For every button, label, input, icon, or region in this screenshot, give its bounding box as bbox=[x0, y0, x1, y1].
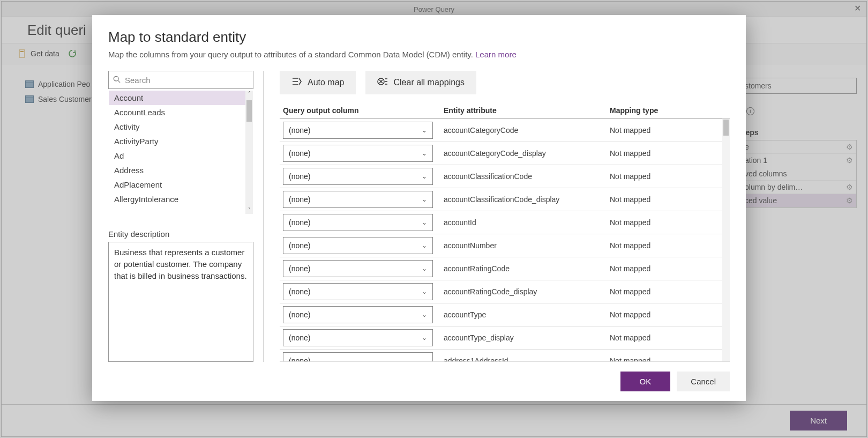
entity-item-ad[interactable]: Ad bbox=[109, 149, 253, 163]
query-column-dropdown[interactable]: (none)⌄ bbox=[283, 283, 433, 300]
mapping-type-label: Not mapped bbox=[610, 149, 706, 158]
mapping-row: (none)⌄accountType_displayNot mapped bbox=[280, 326, 730, 350]
entity-description-label: Entity description bbox=[108, 229, 253, 239]
auto-map-label: Auto map bbox=[308, 78, 344, 87]
dropdown-value: (none) bbox=[289, 126, 310, 135]
query-column-dropdown[interactable]: (none)⌄ bbox=[283, 352, 433, 362]
mapping-row: (none)⌄accountRatingCode_displayNot mapp… bbox=[280, 280, 730, 303]
mapping-panel: Auto map Clear all mappings Query output… bbox=[280, 71, 730, 362]
entity-description: Business that represents a customer or p… bbox=[108, 242, 253, 362]
mapping-type-label: Not mapped bbox=[610, 218, 706, 227]
entity-item-activity[interactable]: Activity bbox=[109, 120, 253, 134]
chevron-down-icon: ⌄ bbox=[422, 334, 427, 342]
scroll-up-icon[interactable]: ˄ bbox=[245, 91, 253, 98]
chevron-down-icon: ⌄ bbox=[422, 242, 427, 249]
chevron-down-icon: ⌄ bbox=[422, 357, 427, 362]
chevron-down-icon: ⌄ bbox=[422, 311, 427, 318]
entity-item-accountleads[interactable]: AccountLeads bbox=[109, 105, 253, 120]
entity-list: Account AccountLeads Activity ActivityPa… bbox=[108, 90, 253, 214]
entity-attribute-label: accountRatingCode bbox=[444, 264, 610, 273]
cancel-button[interactable]: Cancel bbox=[677, 372, 730, 391]
mapping-type-label: Not mapped bbox=[610, 333, 706, 342]
query-column-dropdown[interactable]: (none)⌄ bbox=[283, 260, 433, 277]
auto-map-icon bbox=[291, 76, 302, 89]
entity-scrollbar[interactable]: ˄ ˅ bbox=[245, 91, 253, 214]
mapping-type-label: Not mapped bbox=[610, 195, 706, 204]
entity-attribute-label: accountType_display bbox=[444, 333, 610, 342]
query-column-dropdown[interactable]: (none)⌄ bbox=[283, 214, 433, 231]
mapping-row: (none)⌄accountCategoryCode_displayNot ma… bbox=[280, 142, 730, 165]
entity-item-adplacement[interactable]: AdPlacement bbox=[109, 177, 253, 192]
mapping-grid-header: Query output column Entity attribute Map… bbox=[280, 104, 730, 118]
chevron-down-icon: ⌄ bbox=[422, 219, 427, 226]
mapping-type-label: Not mapped bbox=[610, 241, 706, 250]
mapping-type-label: Not mapped bbox=[610, 172, 706, 181]
map-entity-modal: Map to standard entity Map the columns f… bbox=[92, 15, 746, 401]
entity-attribute-label: accountId bbox=[444, 218, 610, 227]
search-icon bbox=[113, 76, 121, 85]
modal-footer: OK Cancel bbox=[108, 362, 730, 391]
col-entity-attribute: Entity attribute bbox=[444, 106, 610, 115]
scroll-thumb[interactable] bbox=[246, 100, 252, 122]
search-input[interactable] bbox=[125, 76, 249, 85]
dropdown-value: (none) bbox=[289, 241, 310, 250]
clear-icon bbox=[377, 76, 388, 89]
clear-mappings-button[interactable]: Clear all mappings bbox=[365, 71, 476, 94]
chevron-down-icon: ⌄ bbox=[422, 288, 427, 295]
entity-attribute-label: accountCategoryCode bbox=[444, 126, 610, 135]
scroll-down-icon[interactable]: ˅ bbox=[245, 206, 253, 214]
mapping-row: (none)⌄accountIdNot mapped bbox=[280, 211, 730, 234]
query-column-dropdown[interactable]: (none)⌄ bbox=[283, 168, 433, 185]
mapping-row: (none)⌄accountRatingCodeNot mapped bbox=[280, 257, 730, 280]
chevron-down-icon: ⌄ bbox=[422, 150, 427, 157]
mapping-actions: Auto map Clear all mappings bbox=[280, 71, 730, 94]
svg-point-2 bbox=[114, 76, 118, 81]
entity-attribute-label: address1AddressId bbox=[444, 357, 610, 362]
mapping-type-label: Not mapped bbox=[610, 264, 706, 273]
entity-item-account[interactable]: Account bbox=[109, 91, 253, 105]
scroll-thumb[interactable] bbox=[723, 120, 729, 136]
query-column-dropdown[interactable]: (none)⌄ bbox=[283, 237, 433, 254]
modal-title: Map to standard entity bbox=[108, 29, 730, 46]
dropdown-value: (none) bbox=[289, 195, 310, 204]
grid-scrollbar[interactable] bbox=[722, 118, 730, 361]
mapping-row: (none)⌄address1AddressIdNot mapped bbox=[280, 350, 730, 362]
entity-item-allergy[interactable]: AllergyIntolerance bbox=[109, 192, 253, 206]
entity-attribute-label: accountRatingCode_display bbox=[444, 287, 610, 296]
query-column-dropdown[interactable]: (none)⌄ bbox=[283, 306, 433, 323]
col-mapping-type: Mapping type bbox=[610, 106, 706, 115]
dropdown-value: (none) bbox=[289, 310, 310, 319]
mapping-type-label: Not mapped bbox=[610, 310, 706, 319]
dropdown-value: (none) bbox=[289, 218, 310, 227]
chevron-down-icon: ⌄ bbox=[422, 265, 427, 272]
dropdown-value: (none) bbox=[289, 264, 310, 273]
query-column-dropdown[interactable]: (none)⌄ bbox=[283, 191, 433, 208]
mapping-row: (none)⌄accountTypeNot mapped bbox=[280, 303, 730, 326]
ok-button[interactable]: OK bbox=[620, 372, 671, 391]
col-query-output: Query output column bbox=[283, 106, 444, 115]
mapping-row: (none)⌄accountClassificationCodeNot mapp… bbox=[280, 165, 730, 188]
mapping-row: (none)⌄accountClassificationCode_display… bbox=[280, 188, 730, 211]
chevron-down-icon: ⌄ bbox=[422, 127, 427, 134]
query-column-dropdown[interactable]: (none)⌄ bbox=[283, 145, 433, 162]
mapping-type-label: Not mapped bbox=[610, 357, 706, 362]
clear-mappings-label: Clear all mappings bbox=[393, 78, 465, 87]
entity-attribute-label: accountClassificationCode bbox=[444, 172, 610, 181]
entity-item-address[interactable]: Address bbox=[109, 163, 253, 177]
mapping-grid-body: (none)⌄accountCategoryCodeNot mapped(non… bbox=[280, 118, 730, 362]
chevron-down-icon: ⌄ bbox=[422, 173, 427, 180]
auto-map-button[interactable]: Auto map bbox=[280, 71, 356, 94]
mapping-type-label: Not mapped bbox=[610, 126, 706, 135]
mapping-row: (none)⌄accountNumberNot mapped bbox=[280, 234, 730, 257]
mapping-type-label: Not mapped bbox=[610, 287, 706, 296]
modal-subtitle: Map the columns from your query output t… bbox=[108, 50, 730, 59]
query-column-dropdown[interactable]: (none)⌄ bbox=[283, 329, 433, 346]
dropdown-value: (none) bbox=[289, 357, 310, 362]
entity-picker-panel: Account AccountLeads Activity ActivityPa… bbox=[108, 71, 264, 362]
entity-attribute-label: accountCategoryCode_display bbox=[444, 149, 610, 158]
query-column-dropdown[interactable]: (none)⌄ bbox=[283, 122, 433, 139]
learn-more-link[interactable]: Learn more bbox=[475, 50, 517, 59]
entity-item-activityparty[interactable]: ActivityParty bbox=[109, 134, 253, 149]
entity-search[interactable] bbox=[108, 71, 253, 89]
chevron-down-icon: ⌄ bbox=[422, 196, 427, 203]
